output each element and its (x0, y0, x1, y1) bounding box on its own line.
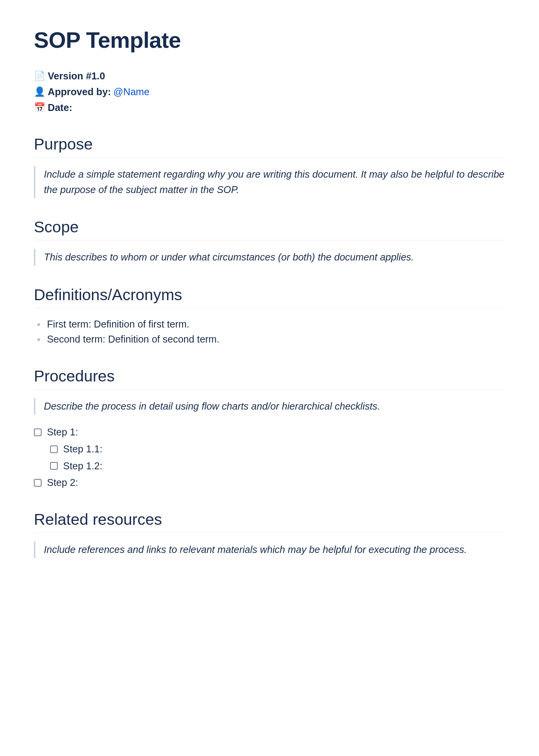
panel-scope: This describes to whom or under what cir… (34, 249, 505, 266)
checkbox-icon[interactable] (34, 428, 42, 436)
procedures-body: Describe the process in detail using flo… (44, 399, 505, 414)
document-icon: 📄 (34, 69, 45, 83)
document-page: SOP Template 📄 Version #1.0 👤 Approved b… (0, 0, 539, 756)
checkbox-icon[interactable] (50, 445, 58, 453)
date-label: Date: (48, 100, 72, 116)
approved-by-label: Approved by: (48, 84, 111, 100)
heading-related-resources: Related resources (34, 511, 505, 533)
checkbox-icon[interactable] (50, 462, 58, 470)
step-label: Step 1: (47, 425, 78, 440)
step-label: Step 2: (47, 475, 78, 491)
approved-by-mention[interactable]: @Name (113, 84, 149, 100)
heading-purpose: Purpose (34, 135, 505, 158)
heading-scope: Scope (34, 218, 505, 240)
checklist-item-step1-2[interactable]: Step 1.2: (34, 459, 505, 474)
panel-related-resources: Include references and links to relevant… (34, 541, 505, 558)
checkbox-icon[interactable] (34, 479, 42, 487)
page-title: SOP Template (34, 27, 505, 53)
procedure-checklist: Step 1: Step 1.1: Step 1.2: Step 2: (34, 425, 505, 490)
step-label: Step 1.1: (63, 442, 102, 457)
checklist-item-step1-1[interactable]: Step 1.1: (34, 442, 505, 457)
meta-version: 📄 Version #1.0 (34, 68, 505, 84)
scope-body: This describes to whom or under what cir… (44, 250, 505, 265)
step-label: Step 1.2: (63, 459, 102, 474)
list-item: Second term: Definition of second term. (45, 332, 505, 347)
panel-procedures: Describe the process in detail using flo… (34, 398, 505, 415)
checklist-item-step1[interactable]: Step 1: (34, 425, 505, 440)
calendar-icon: 📅 (34, 100, 45, 115)
related-body: Include references and links to relevant… (44, 542, 505, 558)
panel-purpose: Include a simple statement regarding why… (34, 166, 505, 198)
meta-block: 📄 Version #1.0 👤 Approved by: @Name 📅 Da… (34, 68, 505, 115)
meta-approved-by: 👤 Approved by: @Name (34, 84, 505, 100)
meta-date: 📅 Date: (34, 100, 505, 116)
person-icon: 👤 (34, 84, 45, 99)
definitions-list: First term: Definition of first term. Se… (34, 317, 505, 347)
checklist-item-step2[interactable]: Step 2: (34, 475, 505, 491)
heading-procedures: Procedures (34, 367, 505, 390)
version-label: Version #1.0 (48, 68, 105, 84)
list-item: First term: Definition of first term. (45, 317, 505, 332)
heading-definitions: Definitions/Acronyms (34, 286, 505, 308)
purpose-body: Include a simple statement regarding why… (44, 167, 505, 197)
